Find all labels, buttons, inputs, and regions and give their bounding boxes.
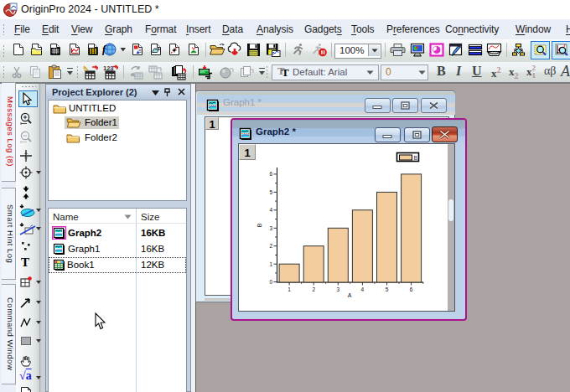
- svg-text:6: 6: [269, 171, 272, 177]
- svg-text:A: A: [348, 292, 352, 298]
- svg-text:6: 6: [410, 286, 413, 292]
- svg-text:B: B: [256, 223, 262, 227]
- svg-text:1: 1: [269, 261, 272, 267]
- svg-text:2: 2: [312, 286, 315, 292]
- svg-text:3: 3: [336, 286, 339, 292]
- svg-text:B: B: [414, 155, 417, 161]
- svg-text:2: 2: [269, 243, 272, 249]
- svg-text:3: 3: [269, 225, 272, 231]
- svg-text:4: 4: [269, 207, 272, 213]
- svg-text:4: 4: [361, 286, 365, 292]
- svg-text:1: 1: [288, 286, 291, 292]
- svg-text:5: 5: [269, 189, 272, 195]
- svg-text:0: 0: [269, 279, 272, 285]
- svg-text:5: 5: [386, 286, 389, 292]
